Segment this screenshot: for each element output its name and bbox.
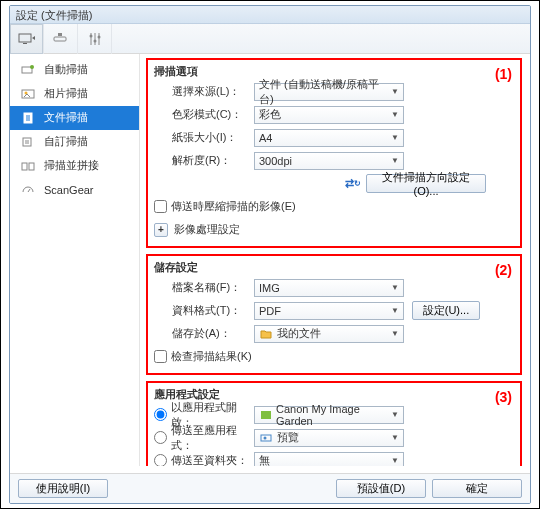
open-with-app-radio[interactable] — [154, 408, 167, 421]
application-settings-group: (3) 應用程式設定 以應用程式開啟： Canon My Image Garde… — [146, 381, 522, 466]
svg-rect-14 — [29, 163, 34, 170]
paper-size-select[interactable]: A4▼ — [254, 129, 404, 147]
svg-rect-2 — [54, 37, 66, 41]
sidebar-item-label: 文件掃描 — [44, 110, 88, 125]
group-number: (2) — [495, 262, 512, 278]
open-with-app-select[interactable]: Canon My Image Garden▼ — [254, 406, 404, 424]
monitor-icon — [18, 32, 36, 46]
svg-point-17 — [264, 436, 267, 439]
sidebar-item-photo[interactable]: 相片掃描 — [10, 82, 139, 106]
save-in-select[interactable]: 我的文件▼ — [254, 325, 404, 343]
svg-rect-1 — [23, 43, 27, 44]
folder-icon — [259, 328, 273, 340]
sidebar-item-document[interactable]: 文件掃描 — [10, 106, 139, 130]
source-select[interactable]: 文件 (自動送稿機/原稿平台)▼ — [254, 83, 404, 101]
format-settings-button[interactable]: 設定(U)... — [412, 301, 480, 320]
send-to-folder-select[interactable]: 無▼ — [254, 452, 404, 467]
auto-icon — [20, 63, 36, 77]
sidebar-item-label: 掃描並拼接 — [44, 158, 99, 173]
custom-icon — [20, 135, 36, 149]
format-label: 資料格式(T)： — [154, 303, 254, 318]
scanner-icon — [52, 32, 70, 46]
source-label: 選擇來源(L)： — [154, 84, 254, 99]
svg-point-6 — [97, 35, 100, 38]
tab-scan-from-panel[interactable] — [44, 24, 78, 54]
sidebar-item-label: ScanGear — [44, 184, 94, 196]
sidebar-item-label: 相片掃描 — [44, 86, 88, 101]
color-mode-label: 色彩模式(C)： — [154, 107, 254, 122]
color-mode-select[interactable]: 彩色▼ — [254, 106, 404, 124]
sidebar-item-custom[interactable]: 自訂掃描 — [10, 130, 139, 154]
sidebar: 自動掃描 相片掃描 文件掃描 自訂掃描 掃描並拼接 — [10, 54, 140, 466]
filename-label: 檔案名稱(F)： — [154, 280, 254, 295]
help-button[interactable]: 使用說明(I) — [18, 479, 108, 498]
app-icon — [259, 409, 272, 421]
resolution-label: 解析度(R)： — [154, 153, 254, 168]
photo-icon — [20, 87, 36, 101]
sliders-icon — [88, 32, 102, 46]
svg-point-8 — [30, 65, 34, 69]
sidebar-item-scangear[interactable]: ScanGear — [10, 178, 139, 202]
send-to-folder-label: 傳送至資料夾： — [171, 453, 248, 466]
stitch-icon — [20, 159, 36, 173]
orientation-settings-button[interactable]: 文件掃描方向設定(O)... — [366, 174, 486, 193]
main-panel: (1) 掃描選項 選擇來源(L)： 文件 (自動送稿機/原稿平台)▼ 色彩模式(… — [140, 54, 530, 466]
sidebar-item-label: 自動掃描 — [44, 62, 88, 77]
filename-input[interactable]: IMG▼ — [254, 279, 404, 297]
save-settings-legend: 儲存設定 — [154, 260, 514, 275]
svg-rect-13 — [22, 163, 27, 170]
compress-label: 傳送時壓縮掃描的影像(E) — [171, 199, 296, 214]
format-select[interactable]: PDF▼ — [254, 302, 404, 320]
sidebar-item-stitch[interactable]: 掃描並拼接 — [10, 154, 139, 178]
svg-rect-9 — [22, 90, 34, 98]
svg-point-4 — [89, 34, 92, 37]
ok-button[interactable]: 確定 — [432, 479, 522, 498]
group-number: (3) — [495, 389, 512, 405]
preview-icon — [259, 432, 273, 444]
sidebar-item-label: 自訂掃描 — [44, 134, 88, 149]
toolbar — [10, 24, 530, 54]
dialog-title: 設定 (文件掃描) — [10, 6, 530, 24]
save-settings-group: (2) 儲存設定 檔案名稱(F)： IMG▼ 資料格式(T)： PDF▼ 設定(… — [146, 254, 522, 375]
expand-icon[interactable]: + — [154, 223, 168, 237]
send-to-app-select[interactable]: 預覽▼ — [254, 429, 404, 447]
send-to-folder-radio[interactable] — [154, 454, 167, 466]
sidebar-item-auto[interactable]: 自動掃描 — [10, 58, 139, 82]
dialog-footer: 使用說明(I) 預設值(D) 確定 — [10, 473, 530, 503]
invert-icon[interactable]: ⇄↻ — [344, 176, 362, 192]
check-result-checkbox[interactable] — [154, 350, 167, 363]
paper-size-label: 紙張大小(I)： — [154, 130, 254, 145]
compress-checkbox[interactable] — [154, 200, 167, 213]
tab-general-settings[interactable] — [78, 24, 112, 54]
svg-rect-15 — [261, 411, 271, 419]
svg-rect-3 — [58, 33, 62, 36]
send-to-app-label: 傳送至應用程式： — [171, 423, 254, 453]
check-result-label: 檢查掃描結果(K) — [171, 349, 252, 364]
document-icon — [20, 111, 36, 125]
image-processing-label: 影像處理設定 — [174, 222, 240, 237]
scan-options-group: (1) 掃描選項 選擇來源(L)： 文件 (自動送稿機/原稿平台)▼ 色彩模式(… — [146, 58, 522, 248]
send-to-app-radio[interactable] — [154, 431, 167, 444]
group-number: (1) — [495, 66, 512, 82]
scangear-icon — [20, 183, 36, 197]
svg-rect-12 — [23, 138, 31, 146]
save-in-label: 儲存於(A)： — [154, 326, 254, 341]
svg-rect-0 — [19, 34, 31, 42]
svg-point-5 — [93, 39, 96, 42]
resolution-select[interactable]: 300dpi▼ — [254, 152, 404, 170]
defaults-button[interactable]: 預設值(D) — [336, 479, 426, 498]
tab-scan-from-computer[interactable] — [10, 24, 44, 54]
